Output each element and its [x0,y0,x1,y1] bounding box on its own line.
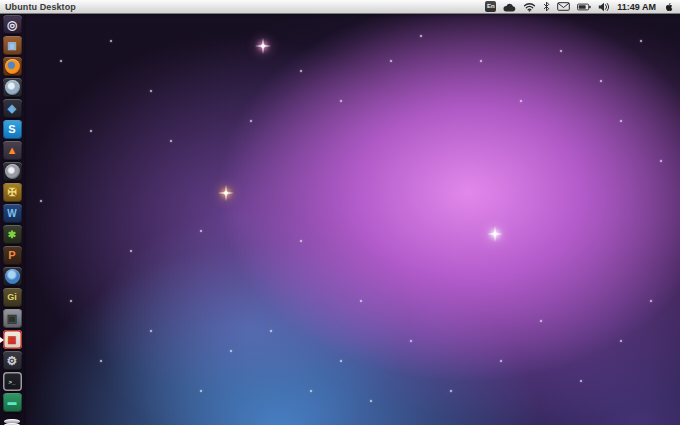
launcher-item-monitor-app[interactable]: ▣ [3,309,22,328]
volume-icon[interactable] [598,2,610,12]
terminal-icon: >_ [9,379,16,385]
gold-crest-app-icon: ✠ [7,187,16,198]
bright-star [261,44,265,48]
green-board-app-icon: ▬ [8,398,17,407]
star [410,340,412,342]
star [660,160,662,162]
launcher-item-remote-desktop[interactable]: ▣ [3,36,22,55]
dash-home-icon: ◎ [7,19,17,31]
skype-icon: S [8,124,15,135]
battery-icon[interactable] [577,3,591,11]
launcher-item-cube-app[interactable]: ◈ [3,99,22,118]
blue-wave-app-icon: W [7,209,16,219]
star [620,120,622,122]
star [600,80,602,82]
remote-desktop-icon: ▣ [7,41,16,51]
star [90,130,92,132]
star [310,390,312,392]
cube-app-icon: ◈ [8,103,16,114]
bluetooth-icon[interactable] [543,1,550,12]
red-app-icon: ▦ [7,335,16,345]
playonlinux-icon: P [8,250,15,261]
star [150,90,152,92]
star [370,400,372,402]
launcher-item-chromium[interactable] [3,78,22,97]
star [60,60,62,62]
bright-star [493,232,497,236]
launcher-item-skype[interactable]: S [3,120,22,139]
mail-icon[interactable] [557,2,570,11]
launcher-item-green-x-app[interactable]: ✱ [3,225,22,244]
star [200,230,202,232]
star [130,250,132,252]
vlc-icon: ▲ [7,145,18,156]
star [250,120,252,122]
star [40,200,42,202]
firefox-icon [5,59,20,74]
launcher-item-system-settings[interactable]: ⚙ [3,351,22,370]
launcher-item-terminal[interactable]: >_ [3,372,22,391]
bright-star [224,191,228,195]
system-tray: En [485,1,680,13]
star [540,320,542,322]
star [340,100,342,102]
globe-app-icon [5,269,20,284]
star [70,300,72,302]
cloud-icon[interactable] [503,2,516,12]
star [360,300,362,302]
launcher-item-vlc[interactable]: ▲ [3,141,22,160]
star [100,360,102,362]
apple-menu-icon[interactable] [663,1,673,13]
star [420,35,422,37]
launcher-item-gold-crest-app[interactable]: ✠ [3,183,22,202]
star [300,70,302,72]
star [150,330,152,332]
chromium-icon [5,80,20,95]
running-indicator [0,337,4,343]
launcher-item-disc-stack[interactable] [3,414,22,425]
star [340,360,342,362]
star [200,390,202,392]
launcher-item-green-board-app[interactable]: ▬ [3,393,22,412]
monitor-app-icon: ▣ [7,313,17,324]
launcher-item-globe-app[interactable] [3,267,22,286]
star [300,240,302,242]
desktop: Ubuntu Desktop En [0,0,680,425]
green-x-app-icon: ✱ [8,230,16,240]
star [170,140,172,142]
launcher-item-firefox[interactable] [3,57,22,76]
system-settings-icon: ⚙ [7,355,18,367]
star [520,100,522,102]
launcher-item-gi-app[interactable]: Gi [3,288,22,307]
star [480,60,482,62]
star [500,360,502,362]
launcher-item-red-app[interactable]: ▦ [3,330,22,349]
star [230,350,232,352]
launcher-item-playonlinux[interactable]: P [3,246,22,265]
clock[interactable]: 11:49 AM [617,2,656,12]
launcher: ◎▣◈S▲✠W✱PGi▣▦⚙>_▬ [0,13,24,425]
star [620,340,622,342]
star [270,330,272,332]
active-app-title[interactable]: Ubuntu Desktop [5,2,76,12]
launcher-item-blue-wave-app[interactable]: W [3,204,22,223]
star [640,40,642,42]
star [650,300,652,302]
keyboard-layout-indicator[interactable]: En [485,1,496,12]
star [110,40,112,42]
wifi-icon[interactable] [523,2,536,12]
steam-icon [5,164,20,179]
launcher-item-steam[interactable] [3,162,22,181]
wallpaper [0,0,680,425]
star [580,380,582,382]
star [560,50,562,52]
top-panel: Ubuntu Desktop En [0,0,680,13]
launcher-item-dash-home[interactable]: ◎ [3,15,22,34]
gi-app-icon: Gi [7,293,17,302]
star [450,390,452,392]
star [390,60,392,62]
